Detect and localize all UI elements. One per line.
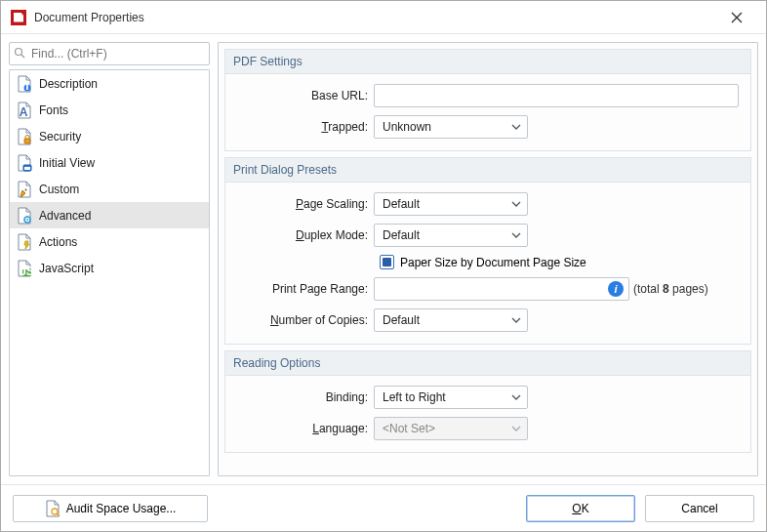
nav-label: Fonts [39, 103, 68, 117]
group-title: Reading Options [224, 350, 751, 375]
group-reading-options: Reading Options Binding: Left to Right L… [224, 350, 751, 453]
group-pdf-settings: PDF Settings Base URL: Trapped: Unknown [224, 49, 751, 151]
nav-label: JavaScript [39, 262, 94, 275]
nav-list: i Description A Fonts Security Initial V… [9, 69, 210, 476]
paper-size-label: Paper Size by Document Page Size [400, 256, 586, 269]
label-copies: Number of Copies: [237, 313, 374, 327]
advanced-icon [16, 207, 33, 225]
search-wrap [9, 42, 210, 65]
ok-button[interactable]: OK [526, 495, 635, 522]
language-select[interactable]: <Not Set> [374, 417, 528, 440]
description-icon: i [16, 75, 33, 93]
group-body: Base URL: Trapped: Unknown [224, 73, 751, 151]
nav-label: Security [39, 130, 81, 143]
row-duplex-mode: Duplex Mode: Default [237, 224, 739, 247]
chevron-down-icon [509, 228, 523, 242]
page-scaling-select[interactable]: Default [374, 192, 528, 216]
content-area: i Description A Fonts Security Initial V… [1, 34, 766, 484]
nav-label: Initial View [39, 156, 95, 170]
chevron-down-icon [509, 197, 523, 211]
row-binding: Binding: Left to Right [237, 386, 739, 409]
info-icon[interactable]: i [608, 281, 624, 297]
copies-select[interactable]: Default [374, 308, 528, 332]
label-duplex-mode: Duplex Mode: [237, 228, 374, 242]
window-title: Document Properties [34, 11, 717, 24]
label-print-range: Print Page Range: [237, 282, 374, 296]
left-column: i Description A Fonts Security Initial V… [9, 42, 210, 476]
nav-item-description[interactable]: i Description [10, 70, 209, 97]
row-print-range: Print Page Range: i (total 8 pages) [237, 277, 739, 301]
security-icon [16, 128, 33, 145]
chevron-down-icon [509, 120, 523, 134]
cancel-button[interactable]: Cancel [645, 495, 754, 522]
label-base-url: Base URL: [237, 89, 374, 102]
row-paper-size: Paper Size by Document Page Size [380, 255, 739, 269]
ok-label: OK [572, 502, 588, 515]
base-url-input[interactable] [374, 84, 739, 107]
group-body: Page Scaling: Default Duplex Mode: Defau… [224, 182, 751, 345]
footer: Audit Space Usage... OK Cancel [1, 484, 766, 531]
svg-rect-4 [24, 139, 30, 143]
duplex-mode-select[interactable]: Default [374, 224, 528, 247]
group-title: PDF Settings [224, 49, 751, 73]
search-input[interactable] [9, 42, 210, 65]
nav-label: Actions [39, 235, 77, 249]
group-title: Print Dialog Presets [224, 157, 751, 182]
app-icon [11, 10, 26, 25]
nav-item-actions[interactable]: Actions [10, 228, 209, 255]
svg-text:i: i [25, 79, 28, 93]
label-binding: Binding: [237, 390, 374, 404]
svg-text:A: A [20, 105, 28, 119]
row-copies: Number of Copies: Default [237, 308, 739, 332]
row-trapped: Trapped: Unknown [237, 115, 739, 139]
nav-item-advanced[interactable]: Advanced [10, 202, 209, 228]
svg-text:JS: JS [20, 264, 32, 277]
label-page-scaling: Page Scaling: [237, 197, 374, 211]
nav-label: Advanced [39, 209, 91, 223]
custom-icon [16, 181, 33, 198]
print-range-wrap: i (total 8 pages) [374, 277, 739, 301]
row-language: Language: <Not Set> [237, 417, 739, 440]
audit-space-button[interactable]: Audit Space Usage... [13, 495, 208, 522]
svg-point-9 [26, 219, 28, 221]
row-base-url: Base URL: [237, 84, 739, 107]
search-icon [14, 47, 25, 59]
audit-icon [45, 500, 61, 517]
binding-select[interactable]: Left to Right [374, 386, 528, 409]
print-range-hint: (total 8 pages) [633, 282, 708, 296]
label-language: Language: [237, 422, 374, 435]
nav-item-security[interactable]: Security [10, 123, 209, 149]
settings-panel: PDF Settings Base URL: Trapped: Unknown … [218, 42, 758, 476]
paper-size-checkbox[interactable] [380, 255, 394, 269]
row-page-scaling: Page Scaling: Default [237, 192, 739, 216]
print-range-input[interactable] [374, 277, 629, 301]
cancel-label: Cancel [681, 502, 717, 515]
chevron-down-icon [509, 390, 523, 404]
close-icon [731, 12, 743, 23]
check-mark-icon [383, 258, 391, 266]
group-print-presets: Print Dialog Presets Page Scaling: Defau… [224, 157, 751, 345]
close-button[interactable] [717, 1, 756, 34]
svg-rect-6 [24, 167, 30, 170]
nav-item-initial-view[interactable]: Initial View [10, 149, 209, 176]
nav-item-fonts[interactable]: A Fonts [10, 97, 209, 123]
javascript-icon: JS [16, 260, 33, 277]
trapped-select[interactable]: Unknown [374, 115, 528, 139]
actions-icon [16, 233, 33, 251]
chevron-down-icon [509, 422, 523, 435]
nav-label: Description [39, 77, 98, 91]
svg-point-0 [16, 49, 22, 56]
chevron-down-icon [509, 313, 523, 327]
audit-label: Audit Space Usage... [66, 502, 177, 515]
group-body: Binding: Left to Right Language: <Not Se… [224, 375, 751, 453]
fonts-icon: A [16, 102, 33, 119]
title-bar: Document Properties [1, 1, 766, 34]
nav-label: Custom [39, 183, 79, 196]
label-trapped: Trapped: [237, 120, 374, 134]
nav-item-custom[interactable]: Custom [10, 176, 209, 202]
initial-view-icon [16, 154, 33, 172]
nav-item-javascript[interactable]: JS JavaScript [10, 255, 209, 281]
